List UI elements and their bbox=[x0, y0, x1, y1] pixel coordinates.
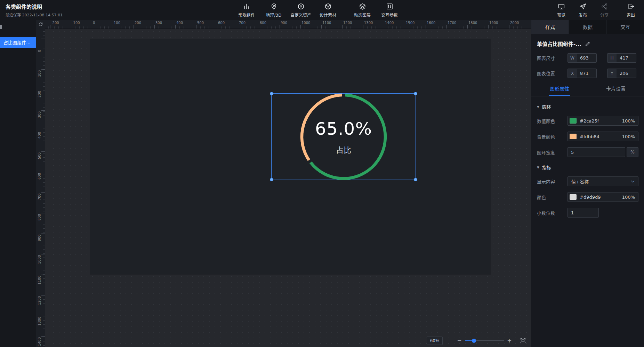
layers-icon bbox=[359, 3, 366, 10]
display-content-value: 值+名称 bbox=[571, 178, 589, 185]
selection-handle-ne[interactable] bbox=[414, 92, 417, 95]
sliders-icon bbox=[386, 3, 393, 10]
component-name-row: 单值占比图组件-... bbox=[537, 40, 638, 47]
ruler-label: 100 bbox=[114, 21, 120, 25]
hexagon-tool[interactable]: 自定义资产 bbox=[289, 3, 312, 18]
bg-color-row: 背景颜色 #fdbb84 100% bbox=[537, 132, 638, 141]
edit-name-button[interactable] bbox=[585, 41, 590, 47]
ruler-label: 1900 bbox=[489, 21, 498, 25]
width-input[interactable]: W 693 bbox=[567, 53, 597, 63]
indicator-color-picker[interactable]: #d9d9d9 100% bbox=[567, 192, 638, 202]
selection-handle-sw[interactable] bbox=[270, 178, 273, 181]
width-value[interactable]: 693 bbox=[577, 54, 596, 62]
zoom-level-input[interactable]: 60% bbox=[427, 337, 443, 345]
collapse-icon[interactable]: ▼ bbox=[537, 166, 539, 169]
ruler-label: 1600 bbox=[427, 21, 435, 25]
indicator-color-swatch[interactable] bbox=[570, 194, 577, 200]
hexagon-icon bbox=[297, 3, 305, 10]
height-input[interactable]: H 417 bbox=[607, 53, 636, 63]
last-saved-text: 最近保存 2022-11-08 14:57:01 bbox=[6, 12, 63, 17]
ring-width-label: 圆环宽度 bbox=[537, 149, 567, 156]
fit-screen-button[interactable] bbox=[520, 338, 526, 344]
chart-position-row: 图表位置 X 871 Y 206 bbox=[537, 69, 638, 78]
geo-pin-tool[interactable]: 地理/3D bbox=[262, 3, 285, 18]
ruler-label: 1200 bbox=[343, 21, 352, 25]
value-color-opacity[interactable]: 100% bbox=[622, 118, 635, 124]
subtab-card-settings[interactable]: 卡片设置 bbox=[588, 85, 644, 96]
bg-color-hex[interactable]: #fdbb84 bbox=[580, 134, 599, 139]
display-content-row: 显示内容 值+名称 bbox=[537, 176, 638, 186]
x-input[interactable]: X 871 bbox=[567, 69, 597, 78]
ruler-label: 1100 bbox=[322, 21, 331, 25]
zoom-out-button[interactable]: − bbox=[456, 337, 463, 345]
topbar-actions: 预览发布分享退出 bbox=[552, 3, 640, 18]
geo-pin-icon bbox=[270, 3, 277, 10]
layers-tool[interactable]: 动态图层 bbox=[351, 3, 374, 18]
tool-label: 自定义资产 bbox=[290, 12, 311, 18]
cube-tool[interactable]: 设计素材 bbox=[316, 3, 339, 18]
bg-color-picker[interactable]: #fdbb84 100% bbox=[567, 132, 638, 141]
value-color-hex[interactable]: #2ca25f bbox=[580, 118, 599, 124]
share-icon bbox=[601, 3, 608, 10]
selected-donut-component[interactable]: 65.0% 占比 bbox=[271, 93, 416, 180]
tab-style[interactable]: 样式 bbox=[531, 20, 569, 34]
share-action[interactable]: 分享 bbox=[595, 3, 613, 18]
indicator-color-hex[interactable]: #d9d9d9 bbox=[580, 195, 601, 200]
ruler-label: 300 bbox=[38, 111, 41, 118]
ruler-label: 800 bbox=[260, 21, 266, 25]
bg-color-opacity[interactable]: 100% bbox=[622, 134, 635, 139]
project-title: 各类组件的说明 bbox=[6, 3, 63, 10]
value-color-picker[interactable]: #2ca25f 100% bbox=[567, 116, 638, 126]
layer-panel-fragment bbox=[0, 25, 2, 29]
ruler-label: 900 bbox=[281, 21, 287, 25]
tool-label: 交互参数 bbox=[381, 12, 398, 18]
value-color-swatch[interactable] bbox=[570, 118, 577, 124]
ruler-label: 1800 bbox=[468, 21, 477, 25]
indicator-color-opacity[interactable]: 100% bbox=[622, 195, 635, 200]
x-value[interactable]: 871 bbox=[577, 69, 596, 78]
monitor-action[interactable]: 预览 bbox=[552, 3, 570, 18]
selection-handle-se[interactable] bbox=[414, 178, 417, 181]
canvas-workspace[interactable]: 65.0% 占比 60% − + bbox=[45, 29, 531, 347]
paper-plane-action[interactable]: 发布 bbox=[574, 3, 592, 18]
selection-handle-nw[interactable] bbox=[270, 92, 273, 95]
layer-item-selected[interactable]: 占比图组件... bbox=[0, 37, 36, 48]
horizontal-ruler: -200-10001002003004005006007008009001000… bbox=[45, 20, 531, 29]
decimals-input[interactable]: 1 bbox=[567, 208, 599, 218]
ruler-origin-button[interactable] bbox=[36, 20, 45, 29]
zoom-slider-handle[interactable] bbox=[472, 339, 476, 343]
component-toolbar: 常规组件地理/3D自定义资产设计素材动态图层交互参数 bbox=[235, 3, 401, 18]
logout-action[interactable]: 退出 bbox=[622, 3, 640, 18]
display-content-select[interactable]: 值+名称 bbox=[567, 176, 638, 186]
tab-interaction[interactable]: 交互 bbox=[607, 20, 644, 34]
subtab-graphic-props[interactable]: 图形属性 bbox=[531, 85, 588, 96]
ruler-label: -100 bbox=[72, 21, 80, 25]
zoom-slider[interactable] bbox=[465, 337, 504, 345]
y-input[interactable]: Y 206 bbox=[607, 69, 636, 78]
zoom-in-button[interactable]: + bbox=[506, 337, 513, 345]
collapse-icon[interactable]: ▼ bbox=[537, 105, 539, 109]
panel-tabs: 样式 数据 交互 bbox=[531, 20, 644, 34]
properties-panel: 样式 数据 交互 单值占比图组件-... 图表尺寸 W 693 bbox=[531, 20, 644, 347]
tool-label: 动态图层 bbox=[354, 12, 371, 18]
ring-width-input[interactable]: 5 bbox=[567, 147, 625, 157]
ruler-label: 400 bbox=[38, 132, 41, 139]
height-value[interactable]: 417 bbox=[617, 54, 636, 62]
app: 各类组件的说明 最近保存 2022-11-08 14:57:01 常规组件地理/… bbox=[0, 0, 644, 347]
sliders-tool[interactable]: 交互参数 bbox=[378, 3, 401, 18]
logout-icon bbox=[627, 3, 635, 10]
toolbar-divider bbox=[345, 4, 345, 14]
ruler-label: 0 bbox=[38, 50, 41, 52]
ruler-label: 1200 bbox=[38, 296, 41, 305]
y-value[interactable]: 206 bbox=[617, 69, 636, 78]
value-color-label: 数值颜色 bbox=[537, 118, 567, 124]
ruler-label: 900 bbox=[38, 235, 41, 241]
tab-data[interactable]: 数据 bbox=[569, 20, 606, 34]
component-name: 单值占比图组件-... bbox=[537, 40, 581, 47]
donut-ring bbox=[298, 92, 389, 182]
reset-origin-icon bbox=[38, 22, 43, 27]
bar-chart-tool[interactable]: 常规组件 bbox=[235, 3, 258, 18]
decimals-row: 小数位数 1 bbox=[537, 208, 638, 218]
ruler-label: 700 bbox=[38, 194, 41, 200]
bg-color-swatch[interactable] bbox=[570, 134, 577, 139]
